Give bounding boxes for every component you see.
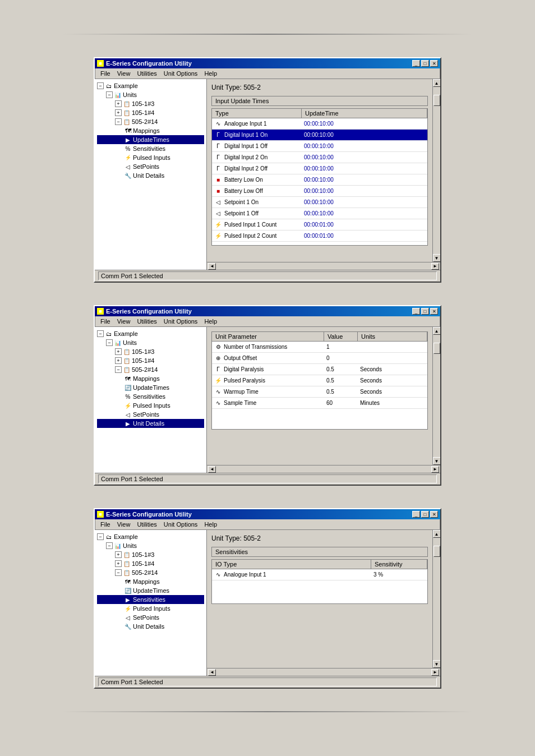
menu-file-3[interactable]: File <box>97 520 114 528</box>
menu-help-2[interactable]: Help <box>201 317 220 325</box>
expand-105-1-4-3[interactable]: + <box>115 560 122 567</box>
menu-view-2[interactable]: View <box>114 317 134 325</box>
scroll-up-btn-3[interactable]: ▲ <box>433 530 441 538</box>
expand-105-1-3[interactable]: + <box>115 100 122 107</box>
table-row[interactable]: Γ Digital Input 1 Off 00:00:10:00 <box>212 141 427 152</box>
tree-unit-details-2[interactable]: ▶ Unit Details <box>97 419 204 428</box>
detail-row[interactable]: ⚡ Pulsed Paralysis 0.5 Seconds <box>212 375 427 386</box>
tree-505-2-14-2[interactable]: − 📋 505-2#14 <box>97 365 204 374</box>
tree-unit-details-3[interactable]: 🔧 Unit Details <box>97 622 204 631</box>
scroll-thumb-2[interactable] <box>433 343 440 354</box>
menu-unitoptions-3[interactable]: Unit Options <box>160 520 201 528</box>
tree-updatetimes-3[interactable]: 🔄 UpdateTimes <box>97 586 204 595</box>
tree-mappings[interactable]: 🗺 Mappings <box>97 126 204 135</box>
expand-505-2-14[interactable]: − <box>115 118 122 125</box>
expand-105-1-4[interactable]: + <box>115 109 122 116</box>
menu-view-3[interactable]: View <box>114 520 134 528</box>
menu-utilities-2[interactable]: Utilities <box>133 317 160 325</box>
expand-root-2[interactable]: − <box>97 330 104 337</box>
menu-utilities-3[interactable]: Utilities <box>133 520 160 528</box>
tree-505-2-14[interactable]: − 📋 505-2#14 <box>97 117 204 126</box>
expand-root-3[interactable]: − <box>97 533 104 540</box>
scroll-thumb-3[interactable] <box>433 546 440 557</box>
expand-505-2-14-3[interactable]: − <box>115 569 122 576</box>
table-row[interactable]: ■ Battery Low Off 00:00:10:00 <box>212 186 427 197</box>
minimize-button[interactable]: _ <box>412 60 420 67</box>
close-button-2[interactable]: ✕ <box>430 308 438 315</box>
tree-105-1-3[interactable]: + 📋 105-1#3 <box>97 99 204 108</box>
minimize-button-3[interactable]: _ <box>412 511 420 518</box>
tree-mappings-2[interactable]: 🗺 Mappings <box>97 374 204 383</box>
close-button[interactable]: ✕ <box>430 60 438 67</box>
expand-root[interactable]: − <box>97 82 104 89</box>
close-button-3[interactable]: ✕ <box>430 511 438 518</box>
table-row[interactable]: Γ Digital Input 2 Off 00:00:10:00 <box>212 163 427 174</box>
minimize-button-2[interactable]: _ <box>412 308 420 315</box>
detail-row[interactable]: ∿ Sample Time 60 Minutes <box>212 398 427 409</box>
expand-105-1-4-2[interactable]: + <box>115 357 122 364</box>
menu-file-2[interactable]: File <box>97 317 114 325</box>
maximize-button[interactable]: □ <box>421 60 429 67</box>
menu-unitoptions-2[interactable]: Unit Options <box>160 317 201 325</box>
table-row[interactable]: ◁ Setpoint 1 On 00:00:10:00 <box>212 197 427 208</box>
expand-units-3[interactable]: − <box>106 542 113 549</box>
tree-units[interactable]: − 📊 Units <box>97 90 204 99</box>
scroll-left-btn-3[interactable]: ◄ <box>208 669 216 676</box>
scroll-left-btn[interactable]: ◄ <box>208 263 216 270</box>
tree-setpoints-2[interactable]: ◁ SetPoints <box>97 410 204 419</box>
tree-mappings-3[interactable]: 🗺 Mappings <box>97 577 204 586</box>
menu-utilities[interactable]: Utilities <box>133 70 160 77</box>
tree-unit-details[interactable]: 🔧 Unit Details <box>97 171 204 180</box>
tree-root-2[interactable]: − 🗂 Example <box>97 329 204 338</box>
detail-row[interactable]: ⊕ Output Offset 0 <box>212 353 427 364</box>
detail-row[interactable]: ∿ Warmup Time 0.5 Seconds <box>212 386 427 398</box>
tree-units-3[interactable]: − 📊 Units <box>97 541 204 550</box>
expand-105-1-3-2[interactable]: + <box>115 348 122 355</box>
tree-updatetimes-2[interactable]: 🔄 UpdateTimes <box>97 383 204 392</box>
tree-setpoints[interactable]: ◁ SetPoints <box>97 162 204 171</box>
table-row[interactable]: Γ Digital Input 1 On 00:00:10:00 <box>212 130 427 141</box>
tree-sensitivities[interactable]: % Sensitivities <box>97 144 204 153</box>
maximize-button-2[interactable]: □ <box>421 308 429 315</box>
scroll-down-btn-3[interactable]: ▼ <box>433 660 441 668</box>
menu-unitoptions[interactable]: Unit Options <box>160 70 201 77</box>
scroll-down-btn[interactable]: ▼ <box>433 254 441 262</box>
maximize-button-3[interactable]: □ <box>421 511 429 518</box>
expand-units[interactable]: − <box>106 91 113 98</box>
scroll-down-btn-2[interactable]: ▼ <box>433 457 441 465</box>
detail-row[interactable]: Γ Digital Paralysis 0.5 Seconds <box>212 364 427 375</box>
scroll-right-btn-2[interactable]: ► <box>431 466 439 473</box>
table-row[interactable]: ■ Battery Low On 00:00:10:00 <box>212 174 427 186</box>
tree-pulsed-3[interactable]: ⚡ Pulsed Inputs <box>97 604 204 613</box>
menu-view[interactable]: View <box>114 70 134 77</box>
scroll-right-btn-3[interactable]: ► <box>431 669 439 676</box>
tree-105-1-4-3[interactable]: + 📋 105-1#4 <box>97 559 204 568</box>
tree-105-1-4-2[interactable]: + 📋 105-1#4 <box>97 356 204 365</box>
menu-help[interactable]: Help <box>201 70 220 77</box>
tree-105-1-3-3[interactable]: + 📋 105-1#3 <box>97 550 204 559</box>
table-row[interactable]: ∿ Analogue Input 1 00:00:10:00 <box>212 118 427 130</box>
table-row[interactable]: ◁ Setpoint 1 Off 00:00:10:00 <box>212 208 427 219</box>
table-row[interactable]: ⚡ Pulsed Input 2 Count 00:00:01:00 <box>212 231 427 242</box>
tree-sensitivities-2[interactable]: % Sensitivities <box>97 392 204 401</box>
tree-sensitivities-3[interactable]: ▶ Sensitivities <box>97 595 204 604</box>
tree-505-2-14-3[interactable]: − 📋 505-2#14 <box>97 568 204 577</box>
expand-505-2-14-2[interactable]: − <box>115 366 122 373</box>
expand-units-2[interactable]: − <box>106 339 113 346</box>
tree-105-1-4[interactable]: + 📋 105-1#4 <box>97 108 204 117</box>
tree-updatetimes[interactable]: ▶ UpdateTimes <box>97 135 204 144</box>
scroll-left-btn-2[interactable]: ◄ <box>208 466 216 473</box>
tree-units-2[interactable]: − 📊 Units <box>97 338 204 347</box>
tree-root-3[interactable]: − 🗂 Example <box>97 532 204 541</box>
scroll-up-btn-2[interactable]: ▲ <box>433 327 441 335</box>
table-row[interactable]: Γ Digital Input 2 On 00:00:10:00 <box>212 152 427 163</box>
menu-file[interactable]: File <box>97 70 114 77</box>
detail-row[interactable]: ⚙ Number of Transmissions 1 <box>212 342 427 353</box>
tree-pulsed-inputs[interactable]: ⚡ Pulsed Inputs <box>97 153 204 162</box>
tree-105-1-3-2[interactable]: + 📋 105-1#3 <box>97 347 204 356</box>
tree-setpoints-3[interactable]: ◁ SetPoints <box>97 613 204 622</box>
sens-row[interactable]: ∿ Analogue Input 1 3 % <box>212 569 427 580</box>
scroll-right-btn[interactable]: ► <box>431 263 439 270</box>
expand-105-1-3-3[interactable]: + <box>115 551 122 558</box>
scroll-up-btn[interactable]: ▲ <box>433 79 441 87</box>
